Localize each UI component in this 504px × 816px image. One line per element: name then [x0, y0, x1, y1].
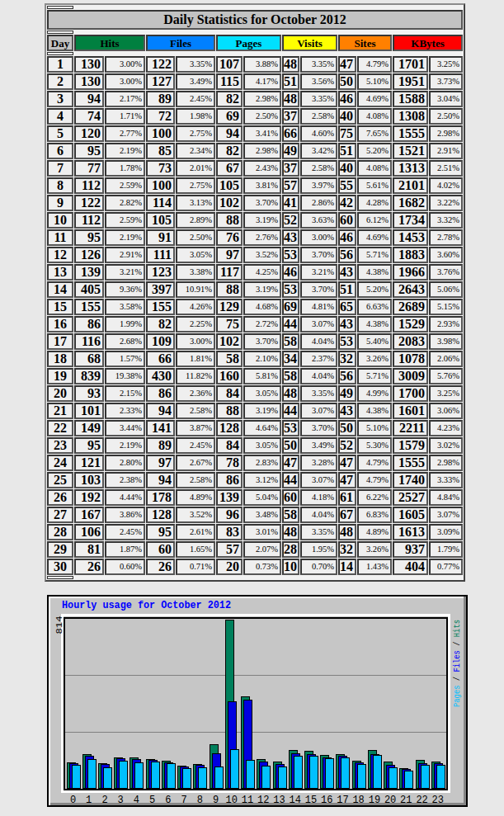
svg-text:18: 18 — [352, 795, 364, 806]
svg-text:17: 17 — [337, 795, 348, 806]
svg-text:0: 0 — [70, 795, 76, 806]
svg-text:11: 11 — [242, 795, 253, 806]
svg-text:814: 814 — [54, 616, 64, 634]
svg-text:21: 21 — [400, 795, 412, 806]
svg-text:8: 8 — [197, 795, 203, 806]
svg-text:14: 14 — [289, 795, 300, 806]
svg-text:23: 23 — [432, 795, 444, 806]
svg-text:3: 3 — [118, 795, 124, 806]
svg-text:7: 7 — [181, 795, 186, 806]
svg-text:16: 16 — [321, 795, 332, 806]
svg-text:Pages / Files / Hits: Pages / Files / Hits — [452, 620, 462, 707]
svg-text:20: 20 — [384, 795, 396, 806]
svg-text:5: 5 — [149, 795, 155, 806]
svg-text:6: 6 — [165, 795, 171, 806]
svg-text:15: 15 — [305, 795, 317, 806]
svg-text:9: 9 — [213, 795, 219, 806]
svg-text:Hourly usage for October 2012: Hourly usage for October 2012 — [62, 599, 231, 611]
svg-text:12: 12 — [257, 795, 269, 806]
svg-text:1: 1 — [86, 795, 92, 806]
svg-text:2: 2 — [101, 795, 107, 806]
svg-text:19: 19 — [369, 795, 380, 806]
svg-text:4: 4 — [134, 795, 139, 806]
svg-text:13: 13 — [273, 795, 285, 806]
svg-text:22: 22 — [416, 795, 427, 806]
svg-text:10: 10 — [226, 795, 238, 806]
